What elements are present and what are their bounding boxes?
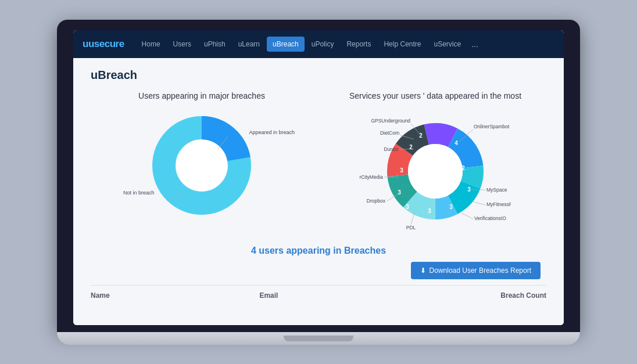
laptop-container: uusecure Home Users uPhish uLearn uBreac…	[57, 20, 580, 345]
page-title: uBreach	[91, 69, 546, 82]
nav-ulearn[interactable]: uLearn	[232, 37, 266, 52]
svg-text:RiverCityMedia: RiverCityMedia	[360, 174, 383, 180]
svg-line-6	[167, 193, 187, 200]
svg-line-46	[411, 213, 414, 225]
laptop-notch	[284, 336, 353, 341]
svg-text:3: 3	[398, 189, 401, 196]
svg-text:2: 2	[409, 144, 413, 150]
download-btn-label: Download User Breaches Report	[430, 266, 531, 275]
svg-text:3: 3	[449, 204, 453, 210]
svg-point-17	[408, 144, 463, 199]
screen: uusecure Home Users uPhish uLearn uBreac…	[73, 30, 564, 325]
nav-ubreach[interactable]: uBreach	[267, 37, 305, 52]
charts-row: Users appearing in major breaches	[91, 91, 546, 235]
table-header: Name Email Breach Count	[91, 285, 546, 300]
nav-home[interactable]: Home	[136, 37, 166, 52]
svg-text:GPSUnderground: GPSUnderground	[371, 118, 410, 124]
col-email: Email	[259, 291, 428, 300]
svg-text:Dunzo: Dunzo	[384, 146, 398, 152]
svg-text:PDL: PDL	[406, 225, 416, 230]
svg-line-42	[461, 213, 473, 219]
svg-text:Dropbox: Dropbox	[367, 198, 386, 204]
screen-bezel: uusecure Home Users uPhish uLearn uBreac…	[57, 20, 580, 332]
right-chart-section: Services your users ' data appeared in t…	[324, 91, 546, 235]
svg-text:3: 3	[428, 208, 431, 214]
laptop-base	[57, 332, 580, 345]
nav-items: Home Users uPhish uLearn uBreach uPolicy…	[136, 37, 554, 52]
svg-text:3: 3	[467, 186, 471, 193]
nav-reports[interactable]: Reports	[341, 37, 377, 52]
nav-uphish[interactable]: uPhish	[198, 37, 231, 52]
logo[interactable]: uusecure	[83, 38, 124, 50]
navigation: uusecure Home Users uPhish uLearn uBreac…	[73, 30, 564, 58]
svg-text:2: 2	[461, 165, 465, 171]
right-chart-title: Services your users ' data appeared in t…	[349, 91, 521, 100]
svg-text:2: 2	[419, 132, 423, 139]
svg-text:OnlinerSpambot: OnlinerSpambot	[474, 124, 510, 129]
nav-helpcentre[interactable]: Help Centre	[378, 37, 427, 52]
svg-text:MySpace: MySpace	[486, 187, 507, 193]
svg-text:3: 3	[400, 167, 403, 174]
right-donut-svg: 2 4 2 3 3 3	[360, 107, 511, 235]
col-breach-count: Breach Count	[428, 291, 546, 300]
svg-text:3: 3	[406, 204, 409, 210]
right-donut-container: 2 4 2 3 3 3	[360, 107, 511, 235]
left-donut-container: 4 14 Appeared in breach Not in breach	[144, 107, 260, 224]
btn-area: ⬇ Download User Breaches Report	[91, 262, 546, 279]
left-chart-section: Users appearing in major breaches	[91, 91, 313, 235]
svg-line-5	[218, 136, 228, 149]
bottom-section: 4 users appearing in Breaches ⬇ Download…	[91, 246, 546, 300]
download-btn[interactable]: ⬇ Download User Breaches Report	[411, 262, 541, 279]
download-icon: ⬇	[420, 266, 426, 275]
nav-more[interactable]: ...	[468, 39, 482, 49]
svg-line-38	[472, 201, 485, 205]
nav-users[interactable]: Users	[167, 37, 197, 52]
svg-text:DietCom: DietCom	[380, 130, 399, 136]
svg-text:VerificationsIO: VerificationsIO	[474, 215, 506, 221]
nav-upolicy[interactable]: uPolicy	[306, 37, 340, 52]
col-name: Name	[91, 291, 259, 300]
breach-count-text: 4 users appearing in Breaches	[251, 246, 386, 256]
main-content: uBreach Users appearing in major breache…	[73, 58, 564, 325]
left-connector-svg	[144, 107, 260, 224]
nav-uservice[interactable]: uService	[428, 37, 467, 52]
svg-text:MyFitnessPal: MyFitnessPal	[486, 201, 511, 207]
left-chart-title: Users appearing in major breaches	[138, 91, 265, 100]
svg-text:4: 4	[455, 140, 458, 146]
